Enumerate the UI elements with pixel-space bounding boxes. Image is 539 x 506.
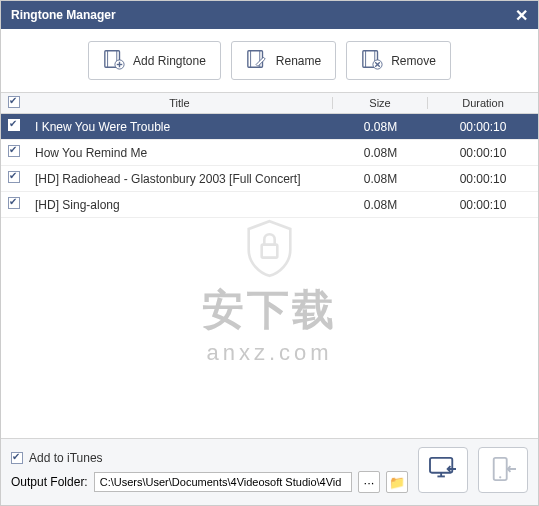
row-size: 0.08M bbox=[333, 120, 428, 134]
select-all-cell[interactable] bbox=[1, 96, 27, 110]
row-checkbox[interactable] bbox=[8, 145, 20, 157]
window-title: Ringtone Manager bbox=[11, 8, 515, 22]
film-remove-icon bbox=[361, 48, 383, 73]
ringtone-list: I Knew You Were Trouble0.08M00:00:10How … bbox=[1, 114, 538, 438]
table-row[interactable]: [HD] Sing-along0.08M00:00:10 bbox=[1, 192, 538, 218]
monitor-arrow-icon bbox=[428, 456, 458, 485]
output-folder-input[interactable] bbox=[94, 472, 352, 492]
add-to-itunes-row: Add to iTunes bbox=[11, 451, 408, 465]
output-folder-label: Output Folder: bbox=[11, 475, 88, 489]
row-size: 0.08M bbox=[333, 198, 428, 212]
output-folder-row: Output Folder: ··· 📁 bbox=[11, 471, 408, 493]
row-check-cell[interactable] bbox=[1, 119, 27, 134]
titlebar: Ringtone Manager ✕ bbox=[1, 1, 538, 29]
row-duration: 00:00:10 bbox=[428, 146, 538, 160]
film-edit-icon bbox=[246, 48, 268, 73]
svg-rect-6 bbox=[248, 51, 263, 68]
row-duration: 00:00:10 bbox=[428, 198, 538, 212]
remove-button[interactable]: Remove bbox=[346, 41, 451, 80]
table-header: Title Size Duration bbox=[1, 92, 538, 114]
close-icon[interactable]: ✕ bbox=[515, 6, 528, 25]
export-to-device-button[interactable] bbox=[478, 447, 528, 493]
row-check-cell[interactable] bbox=[1, 197, 27, 212]
row-size: 0.08M bbox=[333, 146, 428, 160]
rename-label: Rename bbox=[276, 54, 321, 68]
add-ringtone-button[interactable]: Add Ringtone bbox=[88, 41, 221, 80]
ringtone-manager-window: Ringtone Manager ✕ Add Ringtone Rename R… bbox=[0, 0, 539, 506]
row-checkbox[interactable] bbox=[8, 119, 20, 131]
column-title[interactable]: Title bbox=[27, 97, 333, 109]
footer: Add to iTunes Output Folder: ··· 📁 bbox=[1, 438, 538, 505]
rename-button[interactable]: Rename bbox=[231, 41, 336, 80]
row-title: I Knew You Were Trouble bbox=[27, 120, 333, 134]
row-duration: 00:00:10 bbox=[428, 172, 538, 186]
row-duration: 00:00:10 bbox=[428, 120, 538, 134]
column-duration[interactable]: Duration bbox=[428, 97, 538, 109]
remove-label: Remove bbox=[391, 54, 436, 68]
toolbar: Add Ringtone Rename Remove bbox=[1, 29, 538, 92]
add-to-itunes-checkbox[interactable] bbox=[11, 452, 23, 464]
select-all-checkbox[interactable] bbox=[8, 96, 20, 108]
row-title: [HD] Radiohead - Glastonbury 2003 [Full … bbox=[27, 172, 333, 186]
table-row[interactable]: How You Remind Me0.08M00:00:10 bbox=[1, 140, 538, 166]
table-row[interactable]: I Knew You Were Trouble0.08M00:00:10 bbox=[1, 114, 538, 140]
row-check-cell[interactable] bbox=[1, 145, 27, 160]
row-title: [HD] Sing-along bbox=[27, 198, 333, 212]
footer-left: Add to iTunes Output Folder: ··· 📁 bbox=[11, 451, 408, 493]
svg-rect-15 bbox=[262, 245, 278, 258]
export-to-pc-button[interactable] bbox=[418, 447, 468, 493]
folder-icon: 📁 bbox=[389, 475, 405, 490]
svg-point-20 bbox=[499, 476, 501, 478]
add-to-itunes-label: Add to iTunes bbox=[29, 451, 103, 465]
column-size[interactable]: Size bbox=[333, 97, 428, 109]
phone-arrow-icon bbox=[488, 456, 518, 485]
row-title: How You Remind Me bbox=[27, 146, 333, 160]
watermark-line1: 安下载 bbox=[202, 282, 337, 338]
shield-icon bbox=[244, 219, 296, 279]
table-row[interactable]: [HD] Radiohead - Glastonbury 2003 [Full … bbox=[1, 166, 538, 192]
ellipsis-icon: ··· bbox=[364, 475, 375, 490]
row-check-cell[interactable] bbox=[1, 171, 27, 186]
add-ringtone-label: Add Ringtone bbox=[133, 54, 206, 68]
browse-button[interactable]: 📁 bbox=[386, 471, 408, 493]
film-plus-icon bbox=[103, 48, 125, 73]
row-checkbox[interactable] bbox=[8, 197, 20, 209]
watermark-line2: anxz.com bbox=[202, 340, 337, 366]
more-button[interactable]: ··· bbox=[358, 471, 380, 493]
row-size: 0.08M bbox=[333, 172, 428, 186]
watermark: 安下载 anxz.com bbox=[202, 219, 337, 366]
row-checkbox[interactable] bbox=[8, 171, 20, 183]
